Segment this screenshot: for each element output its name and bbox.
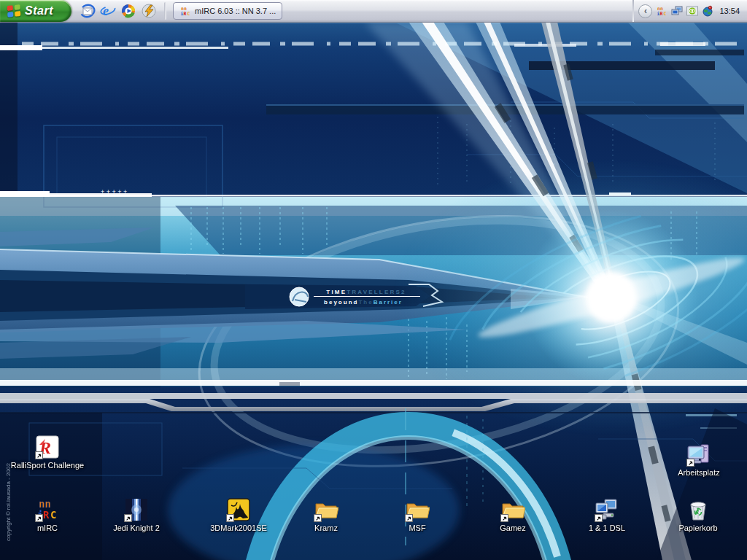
taskbar-separator: [164, 2, 166, 20]
desktop-icon-label: 3DMark2001SE: [210, 524, 267, 532]
desktop-icon-msf[interactable]: MSF: [382, 497, 452, 532]
shortcut-arrow-icon: [226, 514, 234, 522]
tray-clock[interactable]: 13:54: [716, 7, 741, 15]
wallpaper-title-line2: beyoundTheBarrier: [324, 299, 403, 306]
desktop-icon-label: Jedi Knight 2: [113, 524, 160, 532]
desktop-icon-label: 1 & 1 DSL: [589, 524, 625, 532]
svg-text:i: i: [657, 11, 659, 17]
shortcut-arrow-icon: [35, 451, 43, 459]
svg-text:R: R: [659, 11, 662, 17]
desktop-icon-arbeitsplatz[interactable]: Arbeitsplatz: [664, 442, 734, 477]
svg-text:R: R: [184, 11, 187, 17]
desktop-icon-rallisport-challenge[interactable]: R RalliSport Challenge: [4, 435, 91, 470]
quick-launch-bar: e: [71, 2, 162, 20]
taskbar: Start e: [0, 0, 747, 23]
svg-text:C: C: [50, 509, 56, 521]
windows-flag-icon: [7, 4, 21, 18]
desktop-icon-label: RalliSport Challenge: [11, 461, 84, 470]
desktop-icon-kramz[interactable]: Kramz: [291, 497, 361, 532]
start-button[interactable]: Start: [0, 0, 71, 22]
desktop-icon-label: mIRC: [37, 524, 58, 532]
desktop-icon-label: Gamez: [500, 524, 525, 532]
desktop-icon-label: Kramz: [314, 524, 338, 532]
desktop-icon-1und1-dsl[interactable]: 1 & 1 DSL: [572, 497, 642, 532]
desktop-icon-label: Arbeitsplatz: [678, 468, 719, 477]
desktop-icon-papierkorb[interactable]: Papierkorb: [663, 497, 733, 532]
wallpaper-art: + + + + + TIMETRAVELLERS2: [0, 0, 747, 560]
internet-explorer-icon[interactable]: e: [99, 2, 117, 20]
desktop-icon-3dmark2001se[interactable]: 3DMark2001SE: [201, 497, 276, 532]
shortcut-arrow-icon: [595, 514, 603, 522]
shortcut-arrow-icon: [124, 514, 132, 522]
start-button-label: Start: [25, 4, 53, 18]
outlook-express-icon[interactable]: [79, 2, 96, 20]
mirc-icon: nn i R C: [179, 5, 191, 17]
shortcut-arrow-icon: [35, 514, 43, 522]
taskbar-window-button-label: mIRC 6.03 :: NN 3.7 ...: [195, 7, 276, 15]
shortcut-arrow-icon: [686, 459, 694, 467]
svg-text:e: e: [103, 4, 109, 18]
mirc-tray-icon[interactable]: nn i R C: [655, 5, 667, 18]
desktop-icon-label: Papierkorb: [678, 524, 717, 532]
svg-text:nn: nn: [39, 498, 51, 510]
winamp-icon[interactable]: [140, 2, 158, 20]
svg-text:C: C: [187, 11, 190, 17]
recycle-bin-icon: [686, 497, 711, 522]
wallpaper-copyright: copyright © rol.lausada - 2002: [5, 463, 12, 541]
svg-text:R: R: [43, 509, 50, 521]
shortcut-arrow-icon: [500, 514, 508, 522]
globe-tray-icon[interactable]: [701, 5, 713, 18]
desktop-icon-label: MSF: [409, 524, 425, 532]
svg-text:C: C: [663, 11, 666, 17]
media-player-icon[interactable]: [120, 2, 137, 20]
shortcut-arrow-icon: [314, 514, 322, 522]
desktop-icon-jedi-knight-2[interactable]: Jedi Knight 2: [101, 497, 171, 532]
nvidia-tray-icon[interactable]: [686, 5, 698, 18]
tray-chevron-icon[interactable]: ‹: [638, 4, 652, 18]
network-tray-icon[interactable]: [670, 5, 683, 18]
shortcut-arrow-icon: [405, 514, 413, 522]
timetravellers-logo-badge: [290, 287, 309, 306]
desktop-icon-mirc[interactable]: nn i R C mIRC: [12, 497, 82, 532]
taskbar-window-button-mirc[interactable]: nn i R C mIRC 6.03 :: NN 3.7 ...: [173, 2, 282, 20]
task-button-area: nn i R C mIRC 6.03 :: NN 3.7 ...: [169, 2, 632, 20]
desktop-icon-gamez[interactable]: Gamez: [478, 497, 548, 532]
system-tray: ‹ nn i R C: [632, 0, 747, 22]
svg-text:i: i: [181, 11, 184, 17]
